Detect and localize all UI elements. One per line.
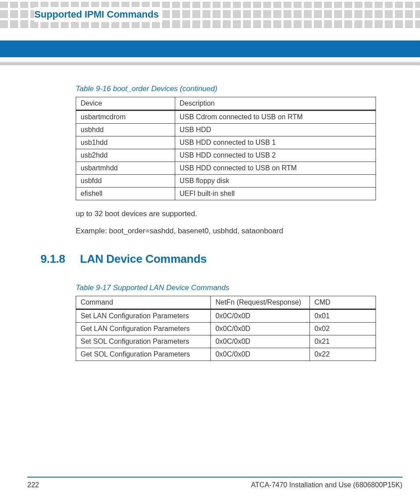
- cell: usbhdd: [76, 124, 175, 136]
- table-row: Device Description: [76, 97, 376, 110]
- table-boot-order-devices: Device Description usbartmcdromUSB Cdrom…: [76, 97, 376, 200]
- page-number: 222: [27, 481, 39, 489]
- cell: 0x0C/0x0D: [211, 309, 310, 322]
- cell: usbartmhdd: [76, 162, 175, 175]
- cell: usbfdd: [76, 175, 175, 188]
- section-heading: 9.1.8 LAN Device Commands: [41, 252, 376, 266]
- table-row: efishellUEFI built-in shell: [76, 188, 376, 200]
- paragraph: up to 32 boot devices are supported.: [76, 209, 376, 219]
- cell: 0x0C/0x0D: [211, 322, 310, 335]
- page-footer: 222 ATCA-7470 Installation and Use (6806…: [27, 477, 402, 489]
- table-row: usb2hddUSB HDD connected to USB 2: [76, 149, 376, 162]
- page-header-title: Supported IPMI Commands: [34, 7, 162, 22]
- cell: USB HDD connected to USB 2: [175, 149, 376, 162]
- cell: 0x22: [310, 348, 376, 361]
- table-row: usbartmhddUSB HDD connected to USB on RT…: [76, 162, 376, 175]
- paragraph: Example: boot_order=sashdd, basenet0, us…: [76, 226, 376, 236]
- cell: 0x01: [310, 309, 376, 322]
- section-title: LAN Device Commands: [80, 252, 207, 266]
- col-device: Device: [76, 97, 175, 110]
- cell: 0x0C/0x0D: [211, 335, 310, 348]
- col-cmd: CMD: [310, 296, 376, 309]
- cell: 0x02: [310, 322, 376, 335]
- cell: Set SOL Configuration Parameters: [76, 335, 211, 348]
- cell: USB Cdrom connected to USB on RTM: [175, 110, 376, 124]
- cell: usbartmcdrom: [76, 110, 175, 124]
- footer-divider: [27, 477, 402, 478]
- header-blue-bar: [0, 40, 420, 57]
- table-row: Set LAN Configuration Parameters0x0C/0x0…: [76, 309, 376, 322]
- table-row: Set SOL Configuration Parameters0x0C/0x0…: [76, 335, 376, 348]
- table-row: usbfddUSB floppy disk: [76, 175, 376, 188]
- table-row: Command NetFn (Request/Response) CMD: [76, 296, 376, 309]
- col-description: Description: [175, 97, 376, 110]
- table-row: usb1hddUSB HDD connected to USB 1: [76, 136, 376, 149]
- cell: 0x21: [310, 335, 376, 348]
- col-netfn: NetFn (Request/Response): [211, 296, 310, 309]
- cell: USB HDD connected to USB 1: [175, 136, 376, 149]
- cell: Get LAN Configuration Parameters: [76, 322, 211, 335]
- cell: Set LAN Configuration Parameters: [76, 309, 211, 322]
- table-row: usbartmcdromUSB Cdrom connected to USB o…: [76, 110, 376, 124]
- cell: USB HDD connected to USB on RTM: [175, 162, 376, 175]
- cell: UEFI built-in shell: [175, 188, 376, 200]
- cell: 0x0C/0x0D: [211, 348, 310, 361]
- table-lan-device-commands: Command NetFn (Request/Response) CMD Set…: [76, 296, 376, 361]
- cell: usb2hdd: [76, 149, 175, 162]
- table-row: Get LAN Configuration Parameters0x0C/0x0…: [76, 322, 376, 335]
- table-row: Get SOL Configuration Parameters0x0C/0x0…: [76, 348, 376, 361]
- table-row: usbhddUSB HDD: [76, 124, 376, 136]
- table-caption-9-17: Table 9-17 Supported LAN Device Commands: [76, 283, 376, 292]
- table-caption-9-16: Table 9-16 boot_order Devices (continued…: [76, 85, 376, 93]
- cell: USB HDD: [175, 124, 376, 136]
- cell: USB floppy disk: [175, 175, 376, 188]
- section-number: 9.1.8: [41, 252, 65, 266]
- cell: usb1hdd: [76, 136, 175, 149]
- cell: efishell: [76, 188, 175, 200]
- col-command: Command: [76, 296, 211, 309]
- document-title: ATCA-7470 Installation and Use (6806800P…: [251, 481, 402, 489]
- cell: Get SOL Configuration Parameters: [76, 348, 211, 361]
- header-gray-bar: [0, 62, 420, 66]
